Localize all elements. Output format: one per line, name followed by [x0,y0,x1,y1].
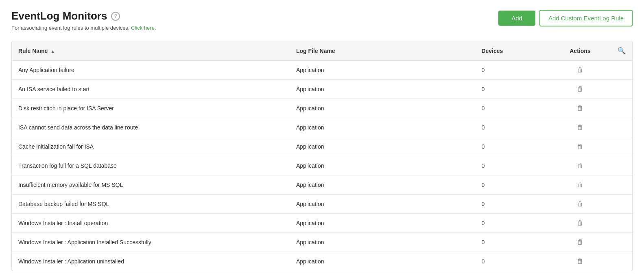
table-row: Any Application failureApplication0🗑 [12,61,632,80]
delete-icon[interactable]: 🗑 [577,258,583,265]
col-header-log-file-name[interactable]: Log File Name [290,41,475,61]
cell-devices: 0 [475,175,549,195]
delete-icon[interactable]: 🗑 [577,219,583,227]
cell-search-spacer [611,175,632,195]
cell-rule-name: Insufficient memory available for MS SQL [12,175,290,195]
cell-log-file-name: Application [290,214,475,233]
cell-search-spacer [611,61,632,80]
cell-devices: 0 [475,252,549,271]
table-row: Cache initialization fail for ISAApplica… [12,137,632,156]
cell-log-file-name: Application [290,61,475,80]
table-row: Disk restriction in place for ISA Server… [12,99,632,118]
table-row: ISA cannot send data across the data lin… [12,118,632,137]
cell-rule-name: ISA cannot send data across the data lin… [12,118,290,137]
cell-devices: 0 [475,61,549,80]
cell-rule-name: Windows Installer : Application uninstal… [12,252,290,271]
delete-icon[interactable]: 🗑 [577,66,583,74]
cell-search-spacer [611,214,632,233]
delete-icon[interactable]: 🗑 [577,143,583,150]
table-body: Any Application failureApplication0🗑An I… [12,61,632,271]
help-icon[interactable]: ? [111,12,120,21]
cell-actions: 🗑 [549,99,611,118]
table-header-row: Rule Name ▲ Log File Name Devices Action… [12,41,632,61]
cell-search-spacer [611,156,632,175]
header-row: EventLog Monitors ? For associating even… [11,10,633,31]
cell-actions: 🗑 [549,137,611,156]
cell-log-file-name: Application [290,252,475,271]
col-header-devices[interactable]: Devices [475,41,549,61]
cell-search-spacer [611,118,632,137]
col-header-rule-name[interactable]: Rule Name ▲ [12,41,290,61]
page-title: EventLog Monitors [11,10,107,22]
subtitle: For associating event log rules to multi… [11,25,156,31]
cell-log-file-name: Application [290,137,475,156]
sort-arrow-icon: ▲ [50,49,55,54]
table-row: Windows Installer : Application Installe… [12,233,632,252]
cell-devices: 0 [475,195,549,214]
cell-devices: 0 [475,118,549,137]
table-row: Windows Installer : Application uninstal… [12,252,632,271]
cell-actions: 🗑 [549,233,611,252]
cell-devices: 0 [475,156,549,175]
cell-actions: 🗑 [549,252,611,271]
cell-rule-name: Any Application failure [12,61,290,80]
cell-devices: 0 [475,80,549,99]
cell-devices: 0 [475,99,549,118]
cell-devices: 0 [475,137,549,156]
table-row: Windows Installer : Install operationApp… [12,214,632,233]
col-header-search[interactable]: 🔍 [611,41,632,61]
title-line: EventLog Monitors ? [11,10,156,22]
cell-rule-name: Cache initialization fail for ISA [12,137,290,156]
cell-search-spacer [611,233,632,252]
page-container: EventLog Monitors ? For associating even… [0,0,644,274]
add-button[interactable]: Add [498,11,535,26]
col-header-actions: Actions [549,41,611,61]
cell-search-spacer [611,195,632,214]
cell-search-spacer [611,137,632,156]
button-group: Add Add Custom EventLog Rule [498,10,633,26]
cell-log-file-name: Application [290,99,475,118]
delete-icon[interactable]: 🗑 [577,181,583,189]
cell-log-file-name: Application [290,195,475,214]
table-row: Transaction log full for a SQL databaseA… [12,156,632,175]
table-row: An ISA service failed to startApplicatio… [12,80,632,99]
cell-rule-name: Windows Installer : Install operation [12,214,290,233]
cell-rule-name: An ISA service failed to start [12,80,290,99]
delete-icon[interactable]: 🗑 [577,85,583,93]
cell-devices: 0 [475,233,549,252]
cell-devices: 0 [475,214,549,233]
cell-log-file-name: Application [290,233,475,252]
cell-log-file-name: Application [290,80,475,99]
cell-rule-name: Transaction log full for a SQL database [12,156,290,175]
eventlog-table: Rule Name ▲ Log File Name Devices Action… [12,41,632,271]
cell-actions: 🗑 [549,214,611,233]
delete-icon[interactable]: 🗑 [577,105,583,112]
cell-rule-name: Windows Installer : Application Installe… [12,233,290,252]
table-row: Database backup failed for MS SQLApplica… [12,195,632,214]
cell-search-spacer [611,252,632,271]
delete-icon[interactable]: 🗑 [577,124,583,131]
cell-search-spacer [611,80,632,99]
cell-log-file-name: Application [290,118,475,137]
cell-actions: 🗑 [549,156,611,175]
cell-log-file-name: Application [290,156,475,175]
click-here-link[interactable]: Click here. [131,25,156,31]
cell-rule-name: Database backup failed for MS SQL [12,195,290,214]
cell-search-spacer [611,99,632,118]
cell-actions: 🗑 [549,195,611,214]
cell-actions: 🗑 [549,118,611,137]
table-row: Insufficient memory available for MS SQL… [12,175,632,195]
cell-rule-name: Disk restriction in place for ISA Server [12,99,290,118]
cell-actions: 🗑 [549,80,611,99]
cell-actions: 🗑 [549,61,611,80]
delete-icon[interactable]: 🗑 [577,200,583,208]
add-custom-eventlog-rule-button[interactable]: Add Custom EventLog Rule [539,10,633,26]
cell-log-file-name: Application [290,175,475,195]
cell-actions: 🗑 [549,175,611,195]
title-section: EventLog Monitors ? For associating even… [11,10,156,31]
delete-icon[interactable]: 🗑 [577,162,583,169]
table-container: Rule Name ▲ Log File Name Devices Action… [11,41,633,271]
search-icon[interactable]: 🔍 [618,47,626,54]
delete-icon[interactable]: 🗑 [577,239,583,246]
